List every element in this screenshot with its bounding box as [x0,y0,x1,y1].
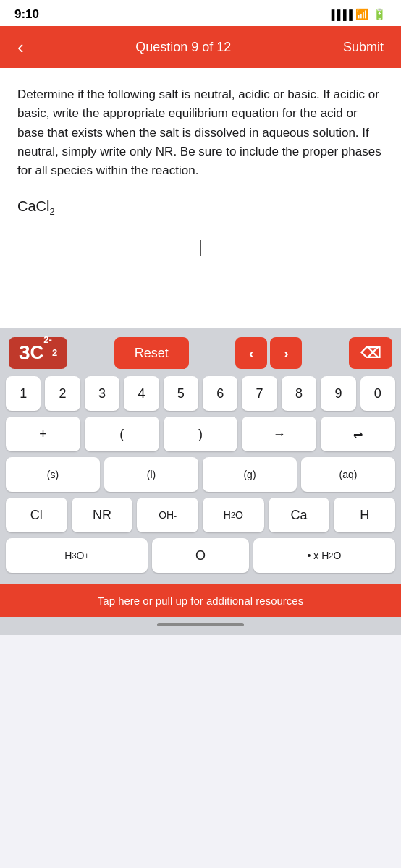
operators-row: + ( ) → ⇌ [6,417,395,451]
key-3[interactable]: 3 [85,376,119,411]
key-display: 3 C 2- 2 [9,337,67,369]
home-bar [157,623,244,626]
answer-input-area[interactable] [17,229,384,268]
bottom-bar-label: Tap here or pull up for additional resou… [98,595,303,607]
key-liquid[interactable]: (l) [104,457,198,492]
key-6[interactable]: 6 [203,376,237,411]
question-progress: Question 9 of 12 [30,40,337,55]
question-formula: CaCl2 [17,198,384,217]
key-display-subscript: 2 [52,347,57,358]
key-display-superscript: 2- [43,334,52,345]
elements-row-2: H3O+ O • x H2O [6,538,395,573]
keyboard-area: 3 C 2- 2 Reset ‹ › ⌫ 1 2 3 4 5 6 7 8 9 0… [0,328,401,584]
delete-button[interactable]: ⌫ [349,337,392,369]
question-area: Determine if the following salt is neutr… [0,68,401,328]
key-display-3: 3 [19,341,30,365]
key-arrow[interactable]: → [242,417,316,451]
number-row: 1 2 3 4 5 6 7 8 9 0 [6,376,395,411]
key-0[interactable]: 0 [360,376,395,411]
elements-row-1: Cl NR OH- H2O Ca H [6,498,395,532]
key-equilibrium-arrow[interactable]: ⇌ [321,417,395,451]
key-open-paren[interactable]: ( [85,417,159,451]
battery-icon: 🔋 [373,8,387,21]
status-icons: ▐▐▐▐ 📶 🔋 [328,8,387,21]
key-9[interactable]: 9 [321,376,355,411]
key-2[interactable]: 2 [45,376,80,411]
nav-left-button[interactable]: ‹ [235,337,267,369]
nav-right-button[interactable]: › [270,337,302,369]
cursor [200,240,201,256]
submit-button[interactable]: Submit [337,34,389,61]
back-button[interactable]: ‹ [12,32,30,62]
phases-row: (s) (l) (g) (aq) [6,457,395,492]
status-time: 9:10 [14,7,39,22]
key-solid[interactable]: (s) [6,457,100,492]
key-close-paren[interactable]: ) [164,417,238,451]
bottom-bar[interactable]: Tap here or pull up for additional resou… [0,584,401,617]
key-o[interactable]: O [152,538,249,573]
question-instructions: Determine if the following salt is neutr… [17,85,384,181]
delete-icon: ⌫ [360,344,381,362]
key-h2o[interactable]: H2O [203,498,264,532]
key-display-c: C [30,341,44,364]
nav-group: ‹ › [235,337,302,369]
key-ca[interactable]: Ca [269,498,330,532]
status-bar: 9:10 ▐▐▐▐ 📶 🔋 [0,0,401,26]
key-plus[interactable]: + [6,417,80,451]
key-aqueous[interactable]: (aq) [301,457,395,492]
keyboard-top-row: 3 C 2- 2 Reset ‹ › ⌫ [6,337,395,369]
key-1[interactable]: 1 [6,376,41,411]
key-nr[interactable]: NR [72,498,133,532]
home-indicator [0,617,401,635]
wifi-icon: 📶 [355,8,369,21]
key-x-h2o[interactable]: • x H2O [253,538,395,573]
key-gas[interactable]: (g) [203,457,297,492]
key-5[interactable]: 5 [164,376,198,411]
key-h[interactable]: H [334,498,395,532]
header: ‹ Question 9 of 12 Submit [0,26,401,68]
key-cl[interactable]: Cl [6,498,67,532]
reset-button[interactable]: Reset [114,337,189,369]
key-h3o-plus[interactable]: H3O+ [6,538,148,573]
key-oh-minus[interactable]: OH- [137,498,198,532]
key-8[interactable]: 8 [282,376,316,411]
key-7[interactable]: 7 [242,376,277,411]
key-4[interactable]: 4 [124,376,159,411]
signal-icon: ▐▐▐▐ [328,9,352,20]
